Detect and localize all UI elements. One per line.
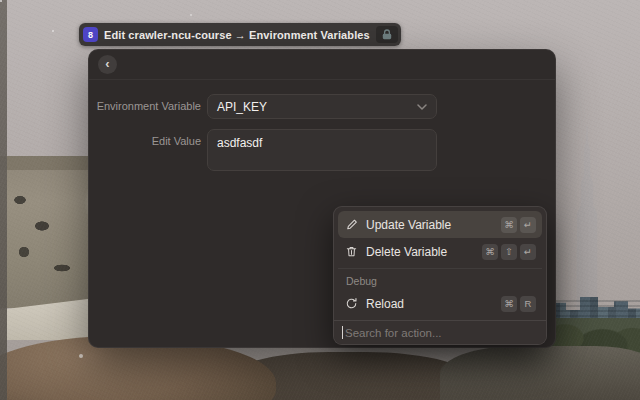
- action-menu: Update Variable ⌘ ↵ Delete Variable ⌘ ⇧ …: [333, 206, 547, 345]
- key-shift: ⇧: [501, 244, 517, 260]
- reload-icon: [344, 297, 358, 311]
- shortcut-keys: ⌘ R: [501, 296, 536, 312]
- action-item-delete-variable[interactable]: Delete Variable ⌘ ⇧ ↵: [338, 238, 542, 265]
- back-button[interactable]: ‹: [98, 55, 117, 74]
- dust-speckles: [0, 0, 2, 2]
- shortcut-keys: ⌘ ↵: [501, 217, 536, 233]
- action-search-input[interactable]: [345, 327, 538, 339]
- key-return: ↵: [520, 244, 536, 260]
- form-row-edit-value: Edit Value asdfasdf: [89, 129, 555, 171]
- environment-variable-dropdown[interactable]: API_KEY: [207, 94, 437, 119]
- key-cmd: ⌘: [501, 217, 517, 233]
- key-return: ↵: [520, 217, 536, 233]
- action-item-label: Delete Variable: [366, 245, 474, 259]
- trash-icon: [344, 245, 358, 259]
- form-row-environment-variable: Environment Variable API_KEY: [89, 94, 555, 119]
- action-item-label: Reload: [366, 297, 493, 311]
- action-list: Update Variable ⌘ ↵ Delete Variable ⌘ ⇧ …: [334, 207, 546, 320]
- action-item-reload[interactable]: Reload ⌘ R: [338, 290, 542, 317]
- action-search-bar: [334, 320, 546, 344]
- field-label: Environment Variable: [89, 94, 201, 112]
- section-header-debug: Debug: [338, 268, 542, 290]
- screen: 8 Edit crawler-ncu-course → Environment …: [0, 0, 640, 400]
- lock-icon: [381, 29, 393, 40]
- chevron-down-icon: [417, 104, 427, 110]
- action-item-label: Update Variable: [366, 218, 493, 232]
- shortcut-keys: ⌘ ⇧ ↵: [482, 244, 536, 260]
- extension-icon: 8: [83, 27, 98, 42]
- text-cursor: [342, 326, 343, 339]
- key-r: R: [520, 296, 536, 312]
- pencil-icon: [344, 218, 358, 232]
- action-item-update-variable[interactable]: Update Variable ⌘ ↵: [338, 211, 542, 238]
- navigation-title: Edit crawler-ncu-course → Environment Va…: [104, 29, 370, 41]
- form: Environment Variable API_KEY Edit Value …: [89, 80, 555, 171]
- panel-header: ‹: [89, 50, 555, 80]
- edit-value-textarea[interactable]: asdfasdf: [207, 129, 437, 171]
- field-label: Edit Value: [89, 129, 201, 147]
- lock-badge-button[interactable]: [376, 26, 398, 43]
- key-cmd: ⌘: [501, 296, 517, 312]
- navigation-title-pill: 8 Edit crawler-ncu-course → Environment …: [79, 23, 401, 46]
- dropdown-selected-value: API_KEY: [217, 100, 417, 114]
- key-cmd: ⌘: [482, 244, 498, 260]
